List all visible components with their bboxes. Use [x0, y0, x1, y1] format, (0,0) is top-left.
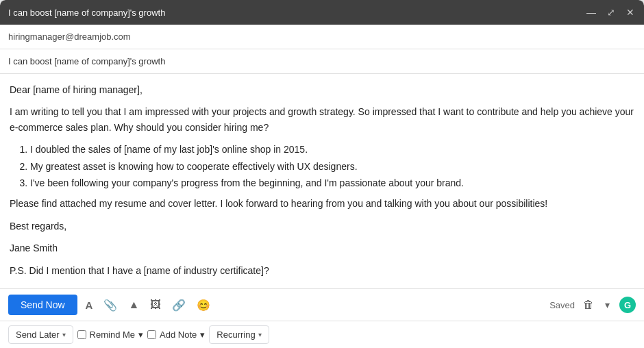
window-controls: — ⤢ ✕: [585, 8, 636, 17]
signature: Jane Smith: [10, 240, 634, 256]
greeting: Dear [name of hiring manager],: [10, 82, 634, 97]
google-drive-button[interactable]: ▲: [125, 296, 142, 314]
ps: P.S. Did I mention that I have a [name o…: [10, 263, 634, 278]
drive-icon: ▲: [128, 299, 139, 311]
compose-window: I can boost [name of company]'s growth —…: [0, 0, 644, 348]
add-note-checkbox-label[interactable]: Add Note ▾: [147, 330, 205, 340]
remind-me-checkbox-label[interactable]: Remind Me ▾: [77, 330, 143, 340]
send-later-button[interactable]: Send Later ▾: [8, 325, 73, 344]
send-later-chevron: ▾: [62, 331, 66, 338]
send-now-button[interactable]: Send Now: [8, 295, 77, 315]
subject-text: I can boost [name of company]'s growth: [8, 56, 165, 66]
paragraph2: Please find attached my resume and cover…: [10, 196, 634, 211]
photo-icon: 🖼: [150, 299, 161, 311]
attach-file-button[interactable]: 📎: [101, 296, 120, 314]
emoji-icon: 😊: [197, 299, 210, 312]
delete-draft-button[interactable]: 🗑: [580, 296, 597, 314]
more-options-button[interactable]: ▾: [602, 297, 612, 313]
toolbar-right: Saved 🗑 ▾ G: [549, 296, 636, 314]
attach-icon: 📎: [103, 299, 117, 312]
add-note-label: Add Note: [160, 330, 197, 340]
recurring-button[interactable]: Recurring ▾: [209, 325, 269, 344]
subject-field[interactable]: I can boost [name of company]'s growth: [0, 49, 644, 74]
add-note-chevron: ▾: [200, 330, 205, 340]
list-item: I've been following your company's progr…: [30, 175, 634, 190]
list-item: My greatest asset is knowing how to coop…: [30, 159, 634, 174]
to-field[interactable]: hiringmanager@dreamjob.com: [0, 25, 644, 49]
email-toolbar: Send Now A 📎 ▲ 🖼 🔗 😊 Saved 🗑 ▾ G: [0, 288, 644, 321]
send-later-label: Send Later: [16, 330, 60, 340]
window-title: I can boost [name of company]'s growth: [8, 8, 165, 18]
closing: Best regards,: [10, 219, 634, 234]
resize-button[interactable]: ⤢: [606, 8, 617, 17]
remind-me-label: Remind Me: [90, 330, 135, 340]
insert-photo-button[interactable]: 🖼: [147, 296, 164, 314]
grammarly-icon: G: [619, 297, 636, 313]
to-address: hiringmanager@dreamjob.com: [8, 32, 131, 42]
add-note-checkbox[interactable]: [147, 330, 156, 339]
list-item: I doubled the sales of [name of my last …: [30, 142, 634, 157]
paragraph1: I am writing to tell you that I am impre…: [10, 104, 634, 135]
insert-link-button[interactable]: 🔗: [169, 296, 188, 314]
remind-me-chevron: ▾: [138, 330, 143, 340]
link-icon: 🔗: [172, 299, 186, 312]
email-body[interactable]: Dear [name of hiring manager], I am writ…: [0, 74, 644, 288]
insert-emoji-button[interactable]: 😊: [194, 296, 213, 314]
title-bar: I can boost [name of company]'s growth —…: [0, 0, 644, 25]
minimize-button[interactable]: —: [585, 8, 597, 17]
close-button[interactable]: ✕: [625, 8, 636, 17]
recurring-chevron: ▾: [258, 331, 262, 338]
format-icon: A: [86, 299, 93, 311]
remind-me-checkbox[interactable]: [77, 330, 86, 339]
bottom-bar: Send Later ▾ Remind Me ▾ Add Note ▾ Recu…: [0, 321, 644, 348]
recurring-label: Recurring: [216, 330, 255, 340]
list: I doubled the sales of [name of my last …: [30, 142, 634, 190]
format-text-button[interactable]: A: [83, 297, 96, 314]
saved-status: Saved: [549, 300, 575, 310]
